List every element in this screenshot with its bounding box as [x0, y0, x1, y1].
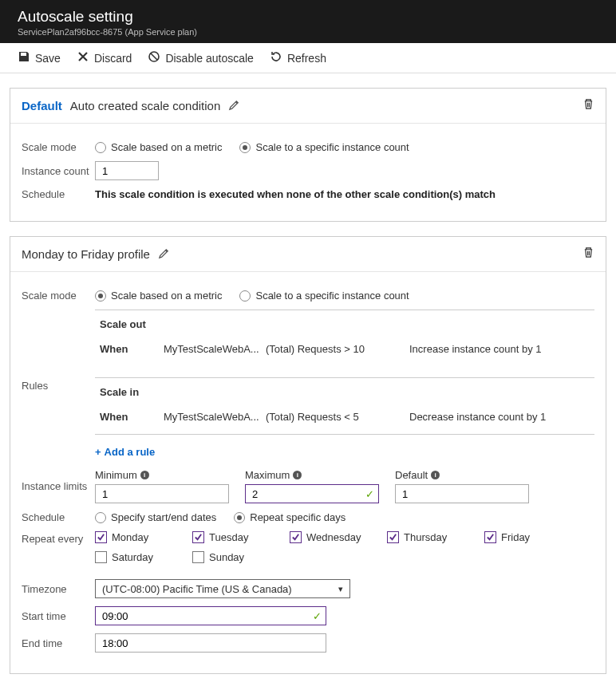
checkbox-saturday[interactable]: Saturday: [95, 551, 192, 563]
scale-out-heading: Scale out: [95, 310, 594, 338]
checkbox-monday[interactable]: Monday: [95, 531, 192, 543]
scale-mode-row: Scale mode Scale based on a metric Scale…: [22, 141, 594, 153]
radio-scale-metric[interactable]: Scale based on a metric: [95, 290, 222, 302]
discard-label: Discard: [94, 52, 132, 65]
radio-label: Specify start/end dates: [111, 511, 216, 523]
minimum-input[interactable]: [95, 484, 229, 503]
end-time-label: End time: [22, 637, 95, 649]
instance-count-row: Instance count: [22, 161, 594, 180]
profile-card: Monday to Friday profile Scale mode Scal…: [10, 236, 606, 674]
day-label: Thursday: [404, 531, 447, 543]
scale-out-rule[interactable]: When MyTestScaleWebA... (Total) Requests…: [95, 338, 594, 366]
default-tag: Default: [22, 99, 62, 112]
rules-label: Rules: [22, 310, 95, 392]
scale-in-rule[interactable]: When MyTestScaleWebA... (Total) Requests…: [95, 406, 594, 434]
radio-label: Repeat specific days: [250, 511, 346, 523]
checkbox-thursday[interactable]: Thursday: [387, 531, 484, 543]
timezone-row: Timezone (UTC-08:00) Pacific Time (US & …: [22, 579, 594, 598]
refresh-button[interactable]: Refresh: [270, 50, 326, 65]
start-time-label: Start time: [22, 610, 95, 622]
when-label: When: [100, 411, 164, 423]
repeat-every-label: Repeat every: [22, 531, 95, 545]
schedule-label: Schedule: [22, 188, 95, 200]
info-icon[interactable]: i: [293, 471, 302, 479]
maximum-label: Maximum: [245, 469, 290, 481]
instance-count-label: Instance count: [22, 165, 95, 177]
checkbox-friday[interactable]: Friday: [484, 531, 582, 543]
pencil-icon[interactable]: [158, 247, 170, 262]
rule-condition: (Total) Requests < 5: [266, 411, 409, 423]
condition-name: Auto created scale condition: [70, 99, 220, 112]
save-button[interactable]: Save: [18, 50, 61, 65]
page-title: Autoscale setting: [18, 8, 598, 26]
maximum-input[interactable]: [245, 484, 379, 503]
disable-icon: [148, 50, 160, 65]
info-icon[interactable]: i: [140, 471, 149, 479]
instance-count-input[interactable]: [95, 161, 159, 180]
radio-label: Scale based on a metric: [111, 141, 222, 153]
rule-action: Increase instance count by 1: [409, 343, 590, 355]
day-label: Wednesday: [306, 531, 361, 543]
checkbox-wednesday[interactable]: Wednesday: [290, 531, 387, 543]
day-label: Monday: [112, 531, 148, 543]
add-rule-button[interactable]: + Add a rule: [95, 446, 155, 458]
disable-autoscale-button[interactable]: Disable autoscale: [148, 50, 254, 65]
scale-mode-row: Scale mode Scale based on a metric Scale…: [22, 290, 594, 302]
radio-scale-specific[interactable]: Scale to a specific instance count: [239, 141, 409, 153]
rule-resource: MyTestScaleWebA...: [164, 411, 259, 423]
info-icon[interactable]: i: [431, 471, 440, 479]
when-label: When: [100, 343, 164, 355]
end-time-input[interactable]: [95, 633, 326, 653]
rules-row: Rules Scale out When MyTestScaleWebA... …: [22, 310, 594, 461]
pencil-icon[interactable]: [228, 99, 240, 113]
rule-condition: (Total) Requests > 10: [266, 343, 409, 355]
scale-in-heading: Scale in: [95, 378, 594, 406]
radio-label: Scale based on a metric: [111, 290, 222, 302]
days-grid: Monday Tuesday Wednesday Thursday Friday…: [95, 531, 582, 571]
toolbar: Save Discard Disable autoscale Refresh: [0, 43, 616, 73]
repeat-every-row: Repeat every Monday Tuesday Wednesday Th…: [22, 531, 594, 571]
instance-limits-row: Instance limits Minimumi Maximumi ✓ Defa…: [22, 469, 594, 503]
chevron-down-icon: ▾: [338, 584, 343, 594]
default-label: Default: [395, 469, 428, 481]
checkbox-tuesday[interactable]: Tuesday: [192, 531, 290, 543]
discard-button[interactable]: Discard: [77, 50, 132, 65]
add-rule-label: Add a rule: [105, 446, 156, 458]
plus-icon: +: [95, 446, 101, 458]
day-label: Friday: [501, 531, 530, 543]
radio-scale-specific[interactable]: Scale to a specific instance count: [239, 290, 409, 302]
radio-label: Scale to a specific instance count: [255, 141, 409, 153]
schedule-note: This scale condition is executed when no…: [95, 188, 496, 200]
save-icon: [18, 50, 30, 65]
radio-specify-dates[interactable]: Specify start/end dates: [95, 511, 216, 523]
scale-mode-label: Scale mode: [22, 141, 95, 153]
schedule-mode-row: Schedule Specify start/end dates Repeat …: [22, 511, 594, 523]
profile-name: Monday to Friday profile: [22, 247, 150, 261]
start-time-input[interactable]: [95, 606, 326, 625]
disable-label: Disable autoscale: [165, 52, 254, 65]
radio-label: Scale to a specific instance count: [255, 290, 409, 302]
card-header: Default Auto created scale condition: [10, 89, 606, 124]
start-time-row: Start time ✓: [22, 606, 594, 625]
end-time-row: End time: [22, 633, 594, 653]
radio-scale-metric[interactable]: Scale based on a metric: [95, 141, 222, 153]
day-label: Tuesday: [209, 531, 248, 543]
save-label: Save: [35, 52, 61, 65]
day-label: Saturday: [112, 551, 153, 563]
refresh-icon: [270, 50, 282, 65]
timezone-value: (UTC-08:00) Pacific Time (US & Canada): [102, 583, 292, 595]
card-header: Monday to Friday profile: [10, 237, 606, 272]
timezone-label: Timezone: [22, 583, 95, 595]
close-icon: [77, 50, 89, 65]
timezone-select[interactable]: (UTC-08:00) Pacific Time (US & Canada) ▾: [95, 579, 350, 598]
default-condition-card: Default Auto created scale condition Sca…: [10, 88, 606, 222]
default-input[interactable]: [395, 484, 529, 503]
checkbox-sunday[interactable]: Sunday: [192, 551, 290, 563]
page-subtitle: ServicePlan2af96bcc-8675 (App Service pl…: [18, 27, 598, 37]
rule-action: Decrease instance count by 1: [409, 411, 590, 423]
trash-icon[interactable]: [582, 98, 594, 113]
scale-mode-label: Scale mode: [22, 290, 95, 302]
trash-icon[interactable]: [582, 246, 594, 262]
radio-repeat-days[interactable]: Repeat specific days: [234, 511, 346, 523]
schedule-label: Schedule: [22, 511, 95, 523]
